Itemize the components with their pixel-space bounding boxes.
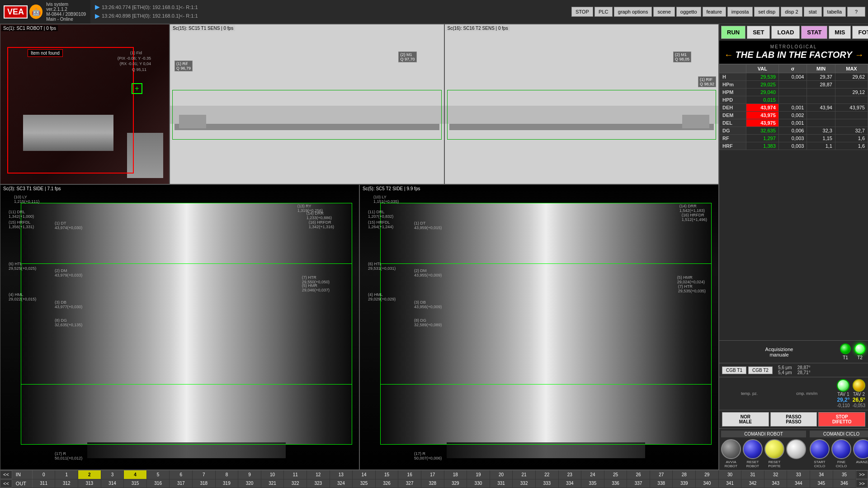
avvia-robot-button[interactable]	[721, 439, 741, 459]
in-cell-33: 33	[787, 470, 810, 479]
set-disp-button[interactable]: set disp	[754, 7, 779, 17]
out-cell-311: 311	[33, 479, 56, 488]
panel-sc3: Sc(3): SC3 T1 SIDE | 7.1 fps	[0, 184, 359, 470]
tav1-val: 29,2°	[837, 397, 849, 403]
reset-robot-button[interactable]	[743, 439, 763, 459]
out-cell-323: 323	[307, 479, 330, 488]
meas-sigma-DEL: 0,001	[778, 119, 807, 127]
sc16-m1-label: (2) M1 Q 98,05	[673, 52, 691, 62]
sc3-r: (17) R 50,011(+0,012)	[55, 451, 82, 460]
panel-sc5: Sc(5): SC5 T2 SIDE | 9.9 fps (10) LY 1,1…	[359, 184, 719, 470]
cgb-t2-button[interactable]: CGB T2	[748, 366, 773, 374]
sc15-bar1	[170, 106, 444, 124]
meas-val-HPM: 29,040	[746, 89, 778, 96]
sc3-dm: (2) DM 43,979(+0,033)	[55, 268, 82, 277]
meas-val-DEM: 43,975	[746, 112, 778, 119]
in-nav-left[interactable]: <<	[0, 470, 12, 479]
mis-button[interactable]: MIS	[829, 26, 851, 39]
set-button[interactable]: SET	[747, 26, 770, 39]
in-row: << IN 0123456789101112131415161718192021…	[0, 470, 868, 479]
nor-male-button[interactable]: NORMALE	[722, 412, 769, 427]
sc3-view: (10) LY 1,215(+0,111) (11) DRL 1,342(+1,…	[0, 185, 359, 469]
out-cell-333: 333	[536, 479, 559, 488]
tabella-button[interactable]: tabella	[823, 7, 846, 17]
stat-button[interactable]: stat	[804, 7, 822, 17]
vea-logo: VEA	[4, 5, 28, 19]
sc5-base	[447, 442, 646, 458]
meas-min-DEM	[807, 112, 835, 119]
plc-button[interactable]: PLC	[594, 7, 613, 17]
stop-button[interactable]: STOP	[571, 7, 593, 17]
fine-ciclo-button[interactable]	[831, 439, 851, 459]
sc5-hrfdl: (15) HRFDL 1,264(+1,244)	[368, 220, 393, 229]
comandi-ciclo-buttons	[810, 439, 868, 459]
meas-label-DEH: DEH	[720, 104, 746, 112]
sc1-title: Sc(1): SC1 ROBOT | 0 fps	[1, 25, 58, 31]
sc5-htl: (6) HTL 29,531(+0,031)	[368, 262, 396, 271]
col-header-max: MAX	[835, 65, 868, 73]
foto-button[interactable]: FOTO	[852, 26, 868, 39]
comandi-ciclo-title: COMANDI CICLO	[810, 431, 868, 437]
avanza-button[interactable]	[853, 439, 868, 459]
meas-label-HPm: HPm	[720, 81, 746, 89]
help-button[interactable]: ?	[847, 7, 865, 17]
cgb-t1-val: 5,6 μm	[778, 365, 792, 370]
reset-porte-button[interactable]	[764, 439, 784, 459]
out-row: << OUT 311312313314315316317318319320321…	[0, 479, 868, 488]
out-cell-316: 316	[147, 479, 170, 488]
cgb-t2-val: 5,4 μm	[778, 370, 792, 375]
meas-label-RF: RF	[720, 135, 746, 142]
graph-options-button[interactable]: graph options	[614, 7, 652, 17]
meas-min-RF: 1,15	[807, 135, 835, 142]
in-nav-right[interactable]: >>	[856, 470, 868, 479]
disp2-button[interactable]: disp 2	[781, 7, 802, 17]
run-button[interactable]: RUN	[721, 26, 745, 39]
in-cell-25: 25	[604, 470, 627, 479]
cgb-row: CGB T1 CGB T2 5,6 μm 5,4 μm 28,87° 28,71…	[719, 363, 868, 377]
feature-button[interactable]: feature	[703, 7, 726, 17]
logo-metrological: METROLOGICAL	[723, 44, 864, 49]
meas-max-RF: 1,6	[835, 135, 868, 142]
meas-min-HRF: 1,1	[807, 142, 835, 150]
oggetto-button[interactable]: oggetto	[676, 7, 701, 17]
t1-col: T1	[840, 343, 851, 360]
out-cell-331: 331	[490, 479, 513, 488]
in-cell-30: 30	[719, 470, 742, 479]
col-header-val: VAL	[746, 65, 778, 73]
t1-label: T1	[843, 355, 848, 360]
stat-button-right[interactable]: STAT	[801, 26, 827, 39]
robot-btn-4[interactable]	[786, 439, 806, 459]
meas-min-DEH: 43,94	[807, 104, 835, 112]
eth-msg-2: ▶ 13:26:40.898 [ETH(0): 192.168.0.1]<- R…	[95, 12, 564, 21]
out-nav-right[interactable]: >>	[856, 479, 868, 488]
out-cell-335: 335	[581, 479, 604, 488]
sc5-db: (3) DB 43,956(+0,009)	[414, 300, 442, 309]
out-cell-326: 326	[376, 479, 399, 488]
sc16-view: (2) M1 Q 98,05 (1) RIF Q 98,92	[445, 24, 719, 184]
passo-passo-button[interactable]: PASSOPASSO	[770, 412, 817, 427]
sc5-title: Sc(5): SC5 T2 SIDE | 9.9 fps	[361, 186, 422, 192]
cgb-t1-button[interactable]: CGB T1	[722, 366, 746, 374]
meas-val-HRF: 1,383	[746, 142, 778, 150]
meas-min-HPM	[807, 89, 835, 96]
in-cell-27: 27	[650, 470, 673, 479]
comandi-robot-buttons	[721, 439, 806, 459]
tav1-col: TAV 1 29,2° -0,110	[837, 379, 849, 408]
imposta-button[interactable]: imposta	[727, 7, 753, 17]
sc15-bar2	[175, 124, 439, 130]
sc5-drl: (11) DRL 1,207(+0,832)	[368, 210, 393, 219]
out-cell-321: 321	[261, 479, 284, 488]
meas-max-DEM	[835, 112, 868, 119]
load-button[interactable]: LOAD	[771, 26, 800, 39]
tav2-label: TAV 2	[853, 392, 865, 397]
in-cell-20: 20	[490, 470, 513, 479]
out-nav-left[interactable]: <<	[0, 479, 12, 488]
bottom-bar: << IN 0123456789101112131415161718192021…	[0, 470, 868, 488]
stop-difetto-button[interactable]: STOPDIFETTO	[818, 412, 865, 427]
meas-label-HPD: HPD	[720, 96, 746, 104]
in-cell-13: 13	[330, 470, 353, 479]
scene-button[interactable]: scene	[653, 7, 675, 17]
sc1-pix1: (PIX -0.06; Y -0.35	[118, 56, 151, 61]
start-ciclo-button[interactable]	[810, 439, 830, 459]
main-area: Sc(1): SC1 ROBOT | 0 fps Item not found …	[0, 24, 868, 470]
